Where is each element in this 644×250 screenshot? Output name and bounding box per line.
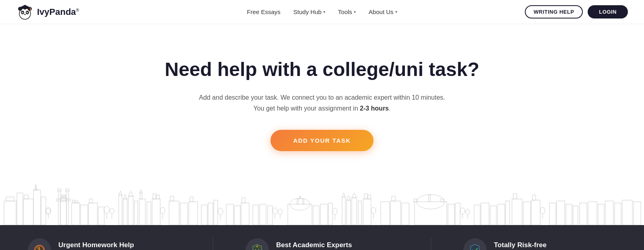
svg-marker-99 (352, 193, 357, 198)
svg-rect-41 (89, 199, 93, 203)
svg-rect-75 (241, 203, 249, 225)
feature-urgent-text: Urgent Homework Help 83,4% of tasks are … (58, 241, 179, 250)
svg-point-117 (460, 208, 465, 214)
svg-rect-35 (64, 196, 65, 198)
best-experts-icon (246, 238, 269, 250)
svg-rect-68 (201, 205, 207, 225)
svg-rect-70 (214, 200, 218, 225)
nav-tools[interactable]: Tools ▾ (338, 8, 356, 15)
svg-rect-108 (392, 196, 395, 201)
svg-rect-116 (455, 203, 460, 225)
svg-rect-51 (128, 196, 133, 225)
svg-rect-63 (169, 201, 179, 225)
svg-rect-18 (24, 195, 28, 199)
risk-free-icon (463, 238, 487, 250)
svg-rect-54 (139, 199, 145, 225)
svg-rect-27 (58, 191, 60, 199)
svg-rect-138 (588, 202, 597, 225)
logo[interactable]: IvyPanda® (16, 3, 79, 21)
svg-rect-135 (566, 204, 572, 225)
svg-rect-123 (490, 206, 496, 225)
svg-rect-17 (23, 199, 33, 225)
svg-marker-52 (128, 191, 133, 196)
chevron-down-icon: ▾ (323, 10, 325, 14)
svg-rect-22 (41, 197, 46, 225)
svg-point-9 (24, 14, 26, 14)
svg-rect-21 (33, 190, 41, 225)
feature-riskfree-text: Totally Risk-free 100% satisfaction & mo… (494, 241, 604, 250)
svg-point-104 (371, 207, 376, 214)
urgent-homework-icon (28, 238, 51, 250)
svg-rect-90 (320, 204, 328, 225)
svg-rect-25 (58, 199, 60, 225)
chevron-down-icon: ▾ (354, 10, 356, 14)
hero-section: Need help with a college/uni task? Add a… (0, 24, 644, 177)
feature-urgent-homework: Urgent Homework Help 83,4% of tasks are … (28, 238, 181, 250)
svg-rect-128 (523, 202, 530, 225)
svg-point-71 (218, 208, 223, 215)
svg-point-92 (332, 208, 337, 215)
nav-about-us[interactable]: About Us ▾ (369, 8, 397, 15)
hero-title: Need help with a college/uni task? (165, 58, 479, 81)
svg-rect-20 (35, 185, 36, 189)
skyline-decoration (0, 177, 644, 225)
svg-rect-69 (208, 203, 213, 225)
svg-rect-58 (152, 199, 160, 225)
svg-rect-129 (531, 200, 540, 225)
feature-best-experts: Best Academic Experts Only 2 out of 100 … (246, 238, 398, 250)
svg-rect-31 (60, 201, 66, 225)
svg-rect-136 (573, 206, 578, 225)
svg-marker-50 (123, 195, 127, 199)
svg-rect-134 (557, 201, 565, 225)
svg-rect-87 (303, 199, 304, 204)
svg-rect-96 (347, 200, 351, 225)
feature-riskfree-title: Totally Risk-free (494, 241, 604, 249)
chevron-down-icon: ▾ (395, 10, 397, 14)
svg-rect-55 (140, 193, 142, 199)
svg-point-119 (466, 209, 470, 215)
svg-rect-88 (299, 196, 301, 199)
svg-rect-98 (352, 198, 357, 225)
svg-rect-30 (66, 189, 69, 191)
svg-rect-67 (190, 197, 193, 202)
features-bar: Urgent Homework Help 83,4% of tasks are … (0, 225, 644, 250)
feature-risk-free: Totally Risk-free 100% satisfaction & mo… (463, 238, 616, 250)
svg-point-7 (23, 12, 23, 12)
svg-rect-94 (342, 197, 345, 225)
svg-rect-102 (364, 194, 367, 199)
svg-rect-40 (89, 203, 97, 225)
svg-rect-64 (170, 196, 174, 201)
svg-rect-78 (260, 204, 266, 225)
svg-rect-59 (153, 194, 156, 199)
svg-point-45 (110, 208, 114, 214)
svg-marker-95 (342, 193, 345, 197)
svg-marker-48 (119, 191, 122, 195)
svg-point-154 (259, 249, 259, 250)
svg-rect-140 (605, 201, 613, 225)
add-task-button[interactable]: ADD YOUR TASK (270, 130, 373, 151)
svg-point-61 (160, 207, 165, 214)
svg-marker-97 (347, 196, 351, 200)
svg-rect-121 (474, 205, 480, 225)
svg-rect-34 (62, 196, 63, 198)
nav-study-hub[interactable]: Study Hub ▾ (293, 8, 325, 15)
svg-rect-107 (390, 201, 400, 225)
svg-rect-101 (363, 199, 371, 225)
svg-rect-74 (234, 206, 240, 225)
feature-urgent-title: Urgent Homework Help (58, 241, 179, 249)
feature-experts-title: Best Academic Experts (276, 241, 392, 249)
feature-experts-text: Best Academic Experts Only 2 out of 100 … (276, 241, 392, 250)
navbar-actions: WRITING HELP LOGIN (525, 5, 628, 18)
svg-rect-126 (512, 199, 522, 225)
svg-rect-79 (268, 206, 272, 225)
svg-rect-14 (4, 201, 16, 225)
svg-rect-26 (66, 199, 68, 225)
navbar: IvyPanda® Free Essays Study Hub ▾ Tools … (0, 0, 644, 24)
svg-rect-42 (98, 207, 104, 225)
svg-rect-109 (402, 203, 409, 225)
login-button[interactable]: LOGIN (588, 5, 628, 18)
nav-free-essays[interactable]: Free Essays (247, 8, 280, 15)
writing-help-button[interactable]: WRITING HELP (525, 5, 583, 18)
svg-marker-56 (139, 190, 142, 193)
svg-rect-106 (381, 202, 390, 225)
